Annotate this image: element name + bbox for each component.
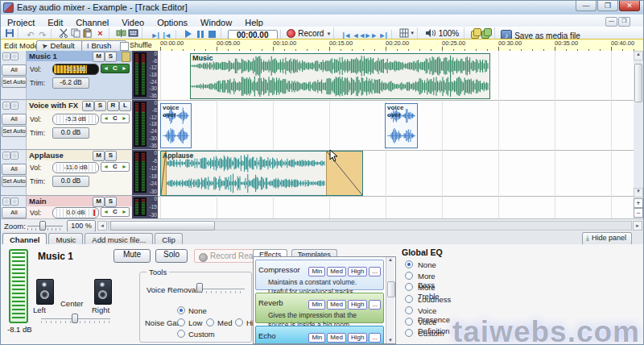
record-label[interactable]: Record xyxy=(298,29,324,38)
trim-button[interactable]: 0.0 dB xyxy=(52,176,89,187)
trim-button[interactable]: 0.0 dB xyxy=(52,127,89,139)
time-ruler[interactable]: 00:00.0000:05.0000:10.0000:15.0000:20.00… xyxy=(158,39,642,52)
options-icon[interactable] xyxy=(10,52,19,60)
volume-slider[interactable]: -5.3 dB xyxy=(52,114,99,125)
options-icon[interactable] xyxy=(10,152,19,160)
noise-gate-high-radio[interactable] xyxy=(235,318,243,326)
effect-card-compressor[interactable]: Compressor MinMedHigh... Maintains a con… xyxy=(255,260,384,290)
effect-High-button[interactable]: High xyxy=(348,300,367,310)
hide-panel-button[interactable]: ⤓Hide panel xyxy=(582,232,632,245)
set-auto-button[interactable]: Set Auto xyxy=(2,77,27,88)
effect-Med-button[interactable]: Med xyxy=(327,333,346,343)
collapse-icon[interactable] xyxy=(2,197,10,206)
effect--button[interactable]: ... xyxy=(369,333,381,343)
timeline[interactable]: Music voice over voice over Applause xyxy=(158,51,634,218)
radio-icon[interactable] xyxy=(405,260,413,268)
effect-card-echo[interactable]: Echo MinMedHigh... xyxy=(255,326,384,344)
pan-control[interactable]: ◄ C ► xyxy=(101,162,130,172)
voice-removal-slider-track[interactable] xyxy=(196,289,245,289)
effect-Min-button[interactable]: Min xyxy=(308,333,325,343)
paste-icon[interactable] xyxy=(82,28,94,39)
effect-High-button[interactable]: High xyxy=(348,333,367,343)
balance-slider-thumb[interactable] xyxy=(72,314,78,323)
all-button[interactable]: All xyxy=(2,114,27,125)
noise-gate-custom-radio[interactable] xyxy=(177,330,185,338)
copy-icon[interactable] xyxy=(70,28,82,39)
effect-card-reverb[interactable]: Reverb MinMedHigh... Gives the impressio… xyxy=(255,293,384,323)
pan-left-icon[interactable]: ◄ xyxy=(103,207,109,217)
radio-icon[interactable] xyxy=(405,318,413,326)
listen-track-button[interactable]: L xyxy=(119,101,131,111)
effects-scrollbar-thumb[interactable] xyxy=(387,281,395,297)
minimize-button[interactable]: — xyxy=(576,1,597,11)
pan-right-icon[interactable]: ► xyxy=(122,207,127,217)
h-scrollbar-thumb[interactable] xyxy=(110,221,215,231)
radio-icon[interactable] xyxy=(405,329,413,337)
grid-icon[interactable] xyxy=(398,28,410,39)
clip-voice-over-2[interactable]: voice over xyxy=(385,103,418,148)
cut-icon[interactable] xyxy=(58,28,70,39)
mute-track-button[interactable]: M xyxy=(93,151,105,161)
mute-button[interactable]: Mute xyxy=(114,249,151,263)
radio-icon[interactable] xyxy=(405,272,413,280)
play-icon[interactable] xyxy=(182,29,194,39)
split-clip-icon[interactable] xyxy=(115,28,127,39)
effect-Med-button[interactable]: Med xyxy=(327,267,346,276)
options-icon[interactable] xyxy=(10,102,19,110)
delete-icon[interactable]: × xyxy=(94,28,106,39)
effect-Med-button[interactable]: Med xyxy=(327,300,346,310)
layer-yellow-icon[interactable] xyxy=(471,28,481,38)
pan-right-icon[interactable]: ► xyxy=(122,162,127,172)
zoom-value[interactable]: 100 % xyxy=(67,220,96,232)
track-header[interactable]: Applause M S xyxy=(27,150,132,160)
shuffle-checkbox[interactable] xyxy=(120,42,129,51)
track-header[interactable]: Music 1 M S xyxy=(27,51,132,61)
mdi-minimize-icon[interactable]: — xyxy=(605,17,617,27)
effect-Min-button[interactable]: Min xyxy=(308,300,325,310)
layer-green-icon[interactable] xyxy=(481,28,492,38)
v-scrollbar-thumb[interactable] xyxy=(634,64,642,102)
pan-right-icon[interactable]: ► xyxy=(122,64,127,73)
pan-left-icon[interactable]: ◄ xyxy=(103,162,109,172)
pan-control[interactable]: ◄ C ► xyxy=(101,207,130,217)
mute-track-button[interactable]: M xyxy=(93,197,105,207)
effects-scrollbar[interactable]: ▲▼ xyxy=(386,257,394,343)
radio-icon[interactable] xyxy=(405,306,413,314)
stop-icon[interactable] xyxy=(206,29,218,39)
record-icon[interactable] xyxy=(287,29,295,38)
collapse-icon[interactable] xyxy=(2,52,10,60)
volume-slider[interactable]: -11.0 dB xyxy=(52,162,99,173)
track-header[interactable]: Voice with FX M S R L xyxy=(27,100,132,110)
scroll-up-button[interactable]: ▲ xyxy=(634,51,643,60)
zoom-in-button[interactable]: + xyxy=(634,198,643,208)
effect-High-button[interactable]: High xyxy=(348,267,367,276)
noise-gate-med-radio[interactable] xyxy=(206,318,214,326)
close-button[interactable]: ✕ xyxy=(619,1,640,11)
clip-music[interactable]: Music xyxy=(190,53,490,99)
mdi-restore-icon[interactable]: ❐ xyxy=(618,17,630,27)
clip-voice-over-1[interactable]: voice over xyxy=(160,103,192,148)
all-button[interactable]: All xyxy=(2,164,27,175)
effect--button[interactable]: ... xyxy=(369,267,381,276)
solo-track-button[interactable]: S xyxy=(94,101,106,111)
pan-control[interactable]: ◄ C ► xyxy=(101,114,130,123)
track-header[interactable]: Main M S xyxy=(27,196,132,206)
noise-gate-none-radio[interactable] xyxy=(177,306,185,314)
pan-right-icon[interactable]: ► xyxy=(122,114,127,123)
pan-control[interactable]: ◄ C ► xyxy=(101,64,130,73)
voice-removal-slider-thumb[interactable] xyxy=(196,283,203,293)
record-dropdown-icon[interactable]: ▼ xyxy=(326,31,331,36)
effect-Min-button[interactable]: Min xyxy=(308,267,325,276)
save-icon[interactable] xyxy=(3,28,15,39)
all-button[interactable]: All xyxy=(2,64,27,76)
solo-track-button[interactable]: S xyxy=(105,52,117,62)
record-track-button[interactable]: R xyxy=(107,101,119,111)
trim-button[interactable]: -6.2 dB xyxy=(52,77,89,89)
volume-slider[interactable]: -8.1 dB xyxy=(52,64,99,75)
pause-icon[interactable] xyxy=(194,29,206,39)
grid-dropdown-icon[interactable]: ▼ xyxy=(410,31,415,35)
options-icon[interactable] xyxy=(10,197,19,206)
h-scroll-left-button[interactable]: ◄ xyxy=(97,221,107,231)
effects-list[interactable]: Compressor MinMedHigh... Maintains a con… xyxy=(253,256,396,344)
all-button[interactable]: All xyxy=(2,207,27,218)
